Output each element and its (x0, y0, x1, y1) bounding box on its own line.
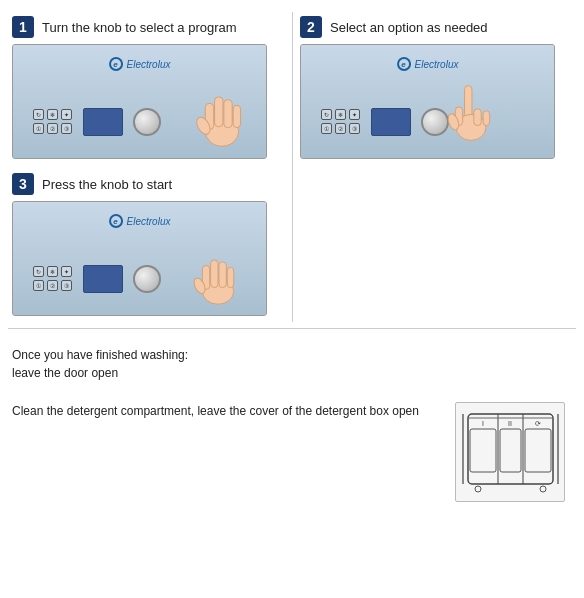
display-screen-2 (371, 108, 411, 136)
svg-text:II: II (508, 420, 512, 427)
step-1-block: 1 Turn the knob to select a program e El… (8, 10, 292, 167)
svg-point-29 (540, 486, 546, 492)
icon-buttons-1: ↻ ❄ ✦ ① ② ③ (33, 109, 73, 135)
bottom-section: Once you have finished washing: leave th… (8, 338, 573, 510)
svg-rect-6 (465, 86, 472, 118)
step-2-title: Select an option as needed (330, 20, 488, 35)
step-3-title: Press the knob to start (42, 177, 172, 192)
knob-1[interactable] (133, 108, 161, 136)
svg-text:I: I (482, 420, 484, 427)
step-2-header: 2 Select an option as needed (300, 16, 572, 38)
page: 1 Turn the knob to select a program e El… (0, 0, 584, 598)
svg-rect-16 (227, 267, 233, 287)
step-1-appliance-image: e Electrolux ↻ ❄ ✦ ① ② ③ (12, 44, 267, 159)
svg-rect-2 (215, 97, 223, 127)
svg-rect-9 (474, 109, 481, 126)
step-1-title: Turn the knob to select a program (42, 20, 237, 35)
brand-logo-1: e Electrolux (109, 57, 171, 71)
icon-buttons-3: ↻ ❄ ✦ ① ② ③ (33, 266, 73, 292)
svg-rect-10 (483, 111, 490, 126)
hand-press-icon (191, 247, 246, 307)
brand-logo-2: e Electrolux (397, 57, 459, 71)
washing-done-text: Once you have finished washing: leave th… (12, 346, 565, 382)
horizontal-divider (8, 328, 576, 329)
step-2-block: 2 Select an option as needed e Electrolu… (292, 10, 576, 167)
svg-rect-14 (211, 260, 218, 288)
hand-turn-icon (192, 83, 252, 148)
step-3-block: 3 Press the knob to start e Electrolux ↻… (8, 167, 292, 324)
detergent-instructions-text: Clean the detergent compartment, leave t… (12, 402, 441, 420)
svg-text:⟳: ⟳ (535, 420, 541, 427)
svg-rect-15 (219, 262, 226, 288)
display-screen-3 (83, 265, 123, 293)
icon-buttons-2: ↻ ❄ ✦ ① ② ③ (321, 109, 361, 135)
step-1-number: 1 (12, 16, 34, 38)
svg-rect-4 (233, 105, 240, 127)
step-3-number: 3 (12, 173, 34, 195)
detergent-compartment-image: I II ⟳ (455, 402, 565, 502)
step-3-appliance-image: e Electrolux ↻ ❄ ✦ ① ② ③ (12, 201, 267, 316)
display-screen-1 (83, 108, 123, 136)
step-2-appliance-image: e Electrolux ↻ ❄ ✦ ① ② ③ (300, 44, 555, 159)
svg-rect-23 (525, 429, 551, 472)
hand-tap-icon (444, 81, 499, 146)
svg-rect-22 (500, 429, 521, 472)
svg-point-28 (475, 486, 481, 492)
svg-rect-21 (470, 429, 496, 472)
step-2-number: 2 (300, 16, 322, 38)
knob-3[interactable] (133, 265, 161, 293)
svg-rect-3 (224, 100, 232, 128)
step-1-header: 1 Turn the knob to select a program (12, 16, 284, 38)
brand-logo-3: e Electrolux (109, 214, 171, 228)
vertical-divider (292, 12, 293, 322)
step-3-header: 3 Press the knob to start (12, 173, 284, 195)
